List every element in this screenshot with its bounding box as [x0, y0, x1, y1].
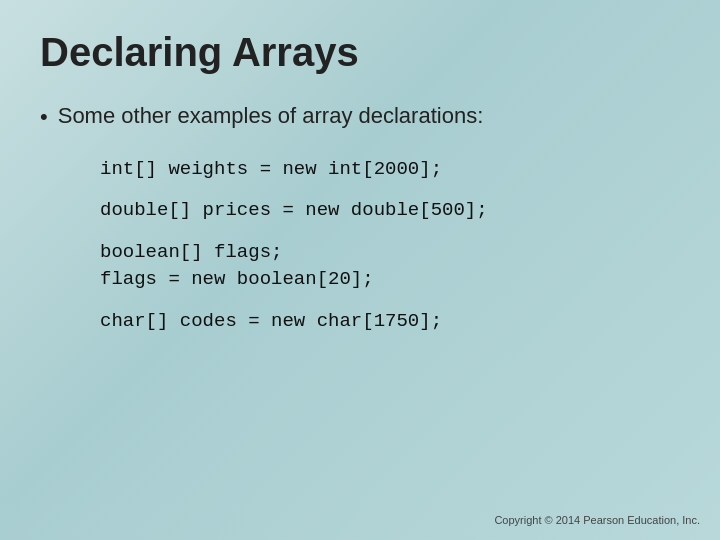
code-line-4: char[] codes = new char[1750];: [100, 308, 680, 336]
bullet-symbol: •: [40, 103, 48, 132]
code-block: int[] weights = new int[2000]; double[] …: [100, 156, 680, 336]
slide: Declaring Arrays • Some other examples o…: [0, 0, 720, 540]
code-line-2: double[] prices = new double[500];: [100, 197, 680, 225]
copyright-text: Copyright © 2014 Pearson Education, Inc.: [494, 514, 700, 526]
bullet-item: • Some other examples of array declarati…: [40, 103, 680, 132]
code-line-1: int[] weights = new int[2000];: [100, 156, 680, 184]
slide-title: Declaring Arrays: [40, 30, 680, 75]
code-line-3: boolean[] flags; flags = new boolean[20]…: [100, 239, 680, 294]
bullet-text: Some other examples of array declaration…: [58, 103, 484, 129]
